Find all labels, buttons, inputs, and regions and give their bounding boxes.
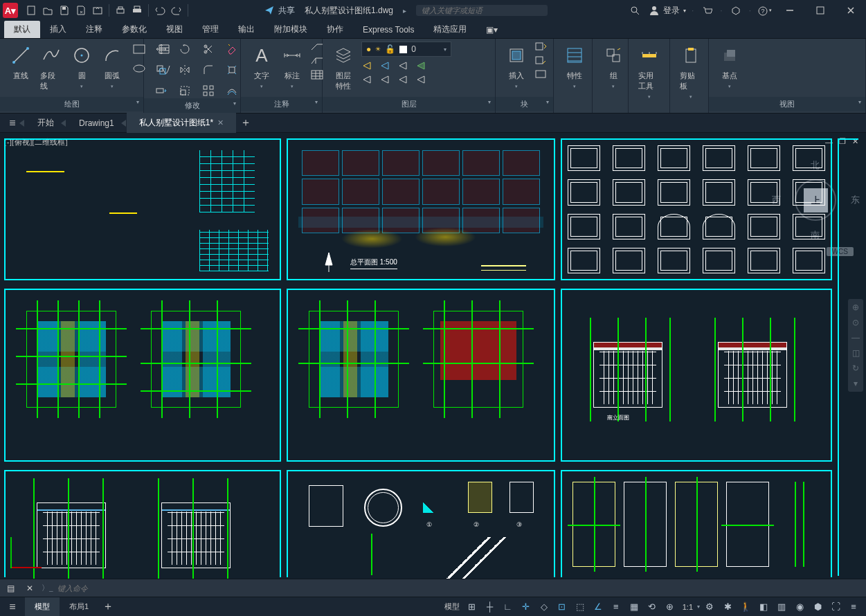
sb-otrack-icon[interactable]: ∠ [590,599,606,615]
tab-insert[interactable]: 插入 [40,21,76,38]
tab-parametric[interactable]: 参数化 [112,21,156,38]
sb-3dosnap-icon[interactable]: ⬚ [572,599,588,615]
sb-polar-icon[interactable]: ✛ [518,599,534,615]
layer-thaw-icon[interactable] [397,75,408,84]
ucs-icon[interactable] [10,534,45,568]
qat-print-icon[interactable] [129,3,145,18]
panel-title-view[interactable]: 视图 [709,97,865,111]
sb-qprops-icon[interactable]: ▥ [773,599,790,615]
search-icon[interactable] [628,3,643,18]
share-button[interactable]: 共享 [264,5,295,17]
group-button[interactable]: 组▾ [601,42,626,91]
qat-plot-icon[interactable] [113,3,128,18]
rotate-icon[interactable] [176,42,194,57]
insert-button[interactable]: 插入▾ [504,42,529,91]
maximize-button[interactable] [808,1,833,20]
sb-isolate-icon[interactable]: ◉ [791,599,808,615]
tab-default[interactable]: 默认 [4,21,40,38]
cart-icon[interactable] [699,3,714,18]
help-icon[interactable]: ?▾ [757,3,772,18]
tab-featured[interactable]: 精选应用 [424,21,476,38]
filetab-villa[interactable]: 私人别墅设计图纸1*✕ [127,113,236,133]
tab-output[interactable]: 输出 [228,21,264,38]
search-input[interactable] [422,6,542,15]
tab-collaborate[interactable]: 协作 [317,21,353,38]
tab-express[interactable]: Express Tools [353,22,424,37]
copy-icon[interactable] [152,62,170,78]
sb-transparency-icon[interactable]: ▦ [626,599,642,615]
sb-annoscale-icon[interactable]: ✱ [719,599,736,615]
layer-iso-icon[interactable] [361,75,372,84]
sb-hardware-icon[interactable]: ⬢ [809,599,826,615]
sb-model-label[interactable]: 模型 [442,601,462,612]
close-button[interactable] [838,1,863,20]
search-field[interactable] [416,5,548,16]
attr-icon[interactable] [534,69,547,79]
tab-view[interactable]: 视图 [156,21,192,38]
qat-save-icon[interactable] [57,3,72,18]
layer-unlock-icon[interactable] [415,75,426,84]
layer-freeze-icon[interactable] [379,61,390,71]
layer-on-icon[interactable] [379,75,390,84]
layout-model[interactable]: 模型 [25,597,60,616]
tab-annotate[interactable]: 注释 [76,21,112,38]
sb-grid-icon[interactable]: ⊞ [464,599,480,615]
command-input[interactable] [57,584,864,592]
sb-clean-icon[interactable]: ⛶ [827,599,844,615]
tab-overflow-icon[interactable]: ▣▾ [476,22,507,37]
sb-units-icon[interactable]: ◧ [755,599,772,615]
clipboard-button[interactable]: 剪贴板▾ [678,42,703,101]
qat-saveas-icon[interactable] [73,3,89,18]
qat-open-icon[interactable] [40,3,55,18]
filetab-start[interactable]: 开始 [25,113,66,133]
layer-match-icon[interactable] [415,61,426,71]
scale-icon[interactable] [176,83,194,98]
tab-manage[interactable]: 管理 [192,21,228,38]
sb-gear-icon[interactable]: ⚙ [701,599,718,615]
sb-ortho-icon[interactable]: ∟ [500,599,516,615]
sb-customize-icon[interactable]: ≡ [845,599,862,615]
fillet-icon[interactable] [199,62,217,78]
panel-title-layers[interactable]: 图层 [323,97,495,111]
qat-web-icon[interactable] [90,3,105,18]
panel-title-draw[interactable]: 绘图 [0,97,143,111]
mirror-icon[interactable] [176,62,194,78]
polyline-button[interactable]: 多段线 [39,42,64,93]
move-icon[interactable] [152,42,170,57]
sb-snap-icon[interactable]: ┼ [482,599,498,615]
minimize-button[interactable] [777,1,802,20]
sb-lwt-icon[interactable]: ≡ [608,599,624,615]
array-icon[interactable] [199,83,217,98]
title-dropdown-icon[interactable]: ▸ [403,7,406,15]
layer-dropdown[interactable]: ● ☀ 🔓 0 ▾ [361,42,451,57]
layout-menu-icon[interactable]: ≡ [0,601,25,613]
app-menu-button[interactable]: A▾ [3,3,18,18]
app-store-icon[interactable] [728,3,743,18]
stretch-icon[interactable] [152,83,170,98]
qat-redo-icon[interactable] [169,3,184,18]
tab-close-icon[interactable]: ✕ [217,118,224,127]
sb-scale[interactable]: 1:1 [680,603,696,611]
layer-off-icon[interactable] [361,61,372,71]
leader-icon[interactable] [310,42,324,51]
sb-osnap-icon[interactable]: ⊡ [554,599,570,615]
trim-icon[interactable] [199,42,217,57]
panel-title-annotate[interactable]: 注释 [241,97,322,111]
explode-icon[interactable] [223,62,241,78]
qat-undo-icon[interactable] [152,3,168,18]
layer-props-button[interactable]: 图层 特性 [331,42,356,93]
erase-icon[interactable] [223,42,241,57]
add-tab-button[interactable]: ＋ [236,116,255,130]
tab-addins[interactable]: 附加模块 [264,21,317,38]
dim-button[interactable]: 标注▾ [280,42,305,91]
cmd-history-icon[interactable]: ▤ [3,581,18,595]
table-icon[interactable] [310,69,324,80]
qat-new-icon[interactable] [24,3,39,18]
sb-walk-icon[interactable]: 🚶 [737,599,754,615]
drawing-canvas[interactable]: [-][俯视][二维线框] — ❐ ✕ 上 北 东 南 西 WCS ⊕⊙—◫↻▾… [0,133,866,579]
leader2-icon[interactable] [310,55,324,65]
line-button[interactable]: 直线 [8,42,33,82]
text-button[interactable]: A文字▾ [249,42,274,91]
utilities-button[interactable]: 实用工具▾ [637,42,662,101]
panel-title-modify[interactable]: 修改 [144,98,240,113]
